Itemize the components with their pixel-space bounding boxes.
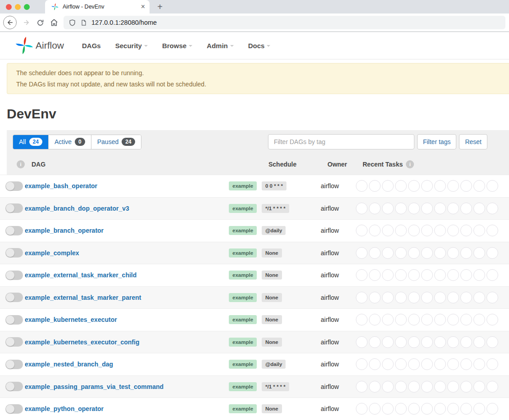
dag-tag-badge[interactable]: example bbox=[229, 226, 257, 235]
recent-task-circle[interactable] bbox=[369, 247, 381, 259]
recent-task-circle[interactable] bbox=[473, 269, 485, 281]
recent-task-circle[interactable] bbox=[460, 203, 472, 214]
recent-task-circle[interactable] bbox=[369, 358, 381, 370]
recent-task-circle[interactable] bbox=[434, 314, 446, 325]
dag-pause-toggle[interactable] bbox=[5, 337, 23, 347]
recent-task-circle[interactable] bbox=[408, 403, 420, 415]
recent-task-circle[interactable] bbox=[447, 314, 459, 325]
recent-task-circle[interactable] bbox=[421, 358, 433, 370]
schedule-badge[interactable]: */1 * * * * bbox=[262, 204, 289, 213]
menu-item-browse[interactable]: Browse bbox=[162, 42, 192, 50]
recent-task-circle[interactable] bbox=[473, 225, 485, 236]
dag-tag-badge[interactable]: example bbox=[229, 271, 257, 280]
schedule-badge[interactable]: None bbox=[262, 404, 282, 413]
recent-task-circle[interactable] bbox=[473, 358, 485, 370]
recent-task-circle[interactable] bbox=[486, 358, 498, 370]
recent-task-circle[interactable] bbox=[408, 269, 420, 281]
dag-pause-toggle[interactable] bbox=[5, 203, 23, 213]
recent-task-circle[interactable] bbox=[356, 314, 368, 325]
recent-task-circle[interactable] bbox=[473, 314, 485, 325]
recent-task-circle[interactable] bbox=[369, 269, 381, 281]
recent-task-circle[interactable] bbox=[408, 358, 420, 370]
recent-task-circle[interactable] bbox=[421, 247, 433, 259]
reload-button[interactable] bbox=[36, 19, 44, 27]
recent-task-circle[interactable] bbox=[486, 403, 498, 415]
dag-tag-badge[interactable]: example bbox=[229, 338, 257, 347]
recent-task-circle[interactable] bbox=[408, 225, 420, 236]
recent-task-circle[interactable] bbox=[421, 180, 433, 192]
recent-task-circle[interactable] bbox=[473, 247, 485, 259]
tab-close-icon[interactable]: × bbox=[141, 3, 145, 10]
recent-task-circle[interactable] bbox=[395, 247, 407, 259]
dag-tag-badge[interactable]: example bbox=[229, 248, 257, 257]
schedule-badge[interactable]: 0 0 * * * bbox=[262, 181, 286, 190]
recent-task-circle[interactable] bbox=[486, 247, 498, 259]
recent-task-circle[interactable] bbox=[421, 403, 433, 415]
recent-task-circle[interactable] bbox=[369, 336, 381, 348]
recent-task-circle[interactable] bbox=[356, 292, 368, 303]
recent-task-circle[interactable] bbox=[447, 203, 459, 214]
recent-task-circle[interactable] bbox=[395, 180, 407, 192]
dag-link[interactable]: example_branch_dop_operator_v3 bbox=[25, 205, 129, 212]
schedule-badge[interactable]: None bbox=[262, 248, 282, 257]
recent-task-circle[interactable] bbox=[447, 336, 459, 348]
recent-task-circle[interactable] bbox=[356, 225, 368, 236]
menu-item-dags[interactable]: DAGs bbox=[82, 42, 101, 50]
recent-task-circle[interactable] bbox=[395, 381, 407, 393]
recent-task-circle[interactable] bbox=[434, 403, 446, 415]
reset-button[interactable]: Reset bbox=[459, 134, 487, 149]
dag-pause-toggle[interactable] bbox=[5, 248, 23, 257]
recent-task-circle[interactable] bbox=[473, 180, 485, 192]
recent-task-circle[interactable] bbox=[434, 247, 446, 259]
recent-task-circle[interactable] bbox=[473, 403, 485, 415]
recent-task-circle[interactable] bbox=[382, 203, 394, 214]
dag-tag-badge[interactable]: example bbox=[229, 204, 257, 213]
dag-pause-toggle[interactable] bbox=[5, 271, 23, 280]
dag-tag-badge[interactable]: example bbox=[229, 293, 257, 302]
tag-filter-input[interactable] bbox=[268, 134, 414, 149]
recent-task-circle[interactable] bbox=[460, 358, 472, 370]
recent-task-circle[interactable] bbox=[356, 203, 368, 214]
recent-task-circle[interactable] bbox=[447, 403, 459, 415]
recent-task-circle[interactable] bbox=[421, 336, 433, 348]
recent-task-circle[interactable] bbox=[382, 403, 394, 415]
dag-link[interactable]: example_external_task_marker_parent bbox=[25, 294, 141, 301]
menu-item-admin[interactable]: Admin bbox=[207, 42, 234, 50]
new-tab-button[interactable]: + bbox=[154, 1, 166, 13]
recent-task-circle[interactable] bbox=[460, 292, 472, 303]
recent-task-circle[interactable] bbox=[434, 269, 446, 281]
recent-task-circle[interactable] bbox=[356, 336, 368, 348]
recent-task-circle[interactable] bbox=[382, 269, 394, 281]
recent-task-circle[interactable] bbox=[434, 336, 446, 348]
dag-pause-toggle[interactable] bbox=[5, 293, 23, 302]
dag-tag-badge[interactable]: example bbox=[229, 404, 257, 413]
forward-button[interactable] bbox=[23, 18, 31, 27]
menu-item-docs[interactable]: Docs bbox=[248, 42, 271, 50]
recent-task-circle[interactable] bbox=[473, 381, 485, 393]
recent-task-circle[interactable] bbox=[434, 292, 446, 303]
recent-task-circle[interactable] bbox=[382, 292, 394, 303]
recent-task-circle[interactable] bbox=[447, 292, 459, 303]
dag-link[interactable]: example_bash_operator bbox=[25, 182, 97, 190]
recent-task-circle[interactable] bbox=[486, 225, 498, 236]
recent-task-circle[interactable] bbox=[460, 247, 472, 259]
recent-task-circle[interactable] bbox=[486, 269, 498, 281]
recent-task-circle[interactable] bbox=[369, 381, 381, 393]
recent-task-circle[interactable] bbox=[460, 314, 472, 325]
recent-task-circle[interactable] bbox=[460, 403, 472, 415]
recent-task-circle[interactable] bbox=[356, 247, 368, 259]
recent-task-circle[interactable] bbox=[395, 336, 407, 348]
dag-link[interactable]: example_branch_operator bbox=[25, 227, 104, 234]
dag-tag-badge[interactable]: example bbox=[229, 382, 257, 391]
dag-tag-badge[interactable]: example bbox=[229, 360, 257, 369]
schedule-badge[interactable]: */1 * * * * bbox=[262, 382, 289, 391]
recent-task-circle[interactable] bbox=[408, 292, 420, 303]
recent-task-circle[interactable] bbox=[395, 225, 407, 236]
recent-task-circle[interactable] bbox=[382, 381, 394, 393]
back-button[interactable] bbox=[3, 16, 17, 29]
dag-pause-toggle[interactable] bbox=[5, 360, 23, 369]
recent-task-circle[interactable] bbox=[486, 180, 498, 192]
recent-task-circle[interactable] bbox=[369, 314, 381, 325]
recent-task-circle[interactable] bbox=[408, 314, 420, 325]
recent-task-circle[interactable] bbox=[369, 292, 381, 303]
